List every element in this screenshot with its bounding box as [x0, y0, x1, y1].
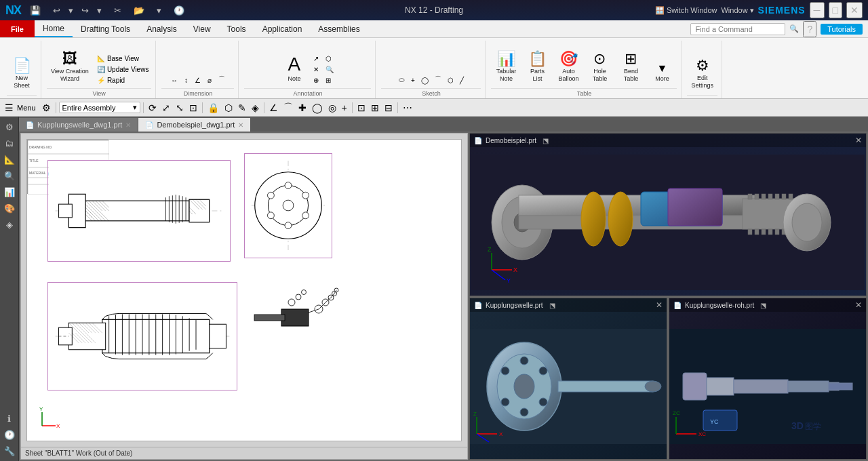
tb-icon-13[interactable]: ◎ [326, 101, 338, 115]
annot-btn-2[interactable]: ✕ [311, 64, 321, 75]
tabular-note-button[interactable]: 📊 TabularNote [491, 49, 521, 85]
settings-icon[interactable]: ⚙ [40, 101, 53, 115]
open-dropdown[interactable]: ▾ [153, 4, 165, 17]
application-menu[interactable]: Application [254, 20, 311, 37]
edit-settings-button[interactable]: ⚙ EditSettings [687, 56, 717, 92]
redo-dropdown[interactable]: ▾ [94, 4, 105, 17]
ribbon-group-settings: ⚙ EditSettings [683, 41, 722, 98]
tb-icon-16[interactable]: ⊞ [369, 101, 381, 115]
tb-icon-4[interactable]: ⊡ [187, 101, 199, 115]
sketch-btn-6[interactable]: ╱ [457, 75, 467, 85]
tb-icon-9[interactable]: ∠ [267, 101, 280, 115]
cut-button[interactable]: ✂ [111, 4, 125, 17]
search-input[interactable] [690, 23, 785, 35]
home-menu[interactable]: Home [35, 20, 73, 37]
dim-btn-5[interactable]: ⌒ [216, 73, 228, 85]
tools-menu[interactable]: Tools [219, 20, 254, 37]
maximize-button[interactable]: □ [829, 2, 842, 18]
annot-btn-4[interactable]: ⬡ [323, 54, 336, 64]
rapid-button[interactable]: ⚡ Rapid [94, 75, 152, 85]
dim-btn-1[interactable]: ↔ [168, 75, 180, 85]
sketch-btn-4[interactable]: ⌒ [432, 73, 444, 85]
minimize-button[interactable]: ─ [810, 2, 825, 18]
new-sheet-button[interactable]: 📄 NewSheet [7, 56, 37, 92]
tb-icon-2[interactable]: ⤢ [160, 101, 172, 115]
sidebar-icon-5[interactable]: 📊 [2, 184, 17, 199]
open-button[interactable]: 📂 [130, 4, 148, 17]
tb-icon-14[interactable]: + [340, 101, 349, 115]
sidebar-icon-9[interactable]: 🕐 [2, 427, 17, 442]
drafting-tools-menu[interactable]: Drafting Tools [73, 20, 138, 37]
sketch-btn-5[interactable]: ⬡ [445, 75, 456, 85]
annot-btn-5[interactable]: 🔍 [323, 64, 336, 75]
tb-icon-1[interactable]: ⟳ [146, 101, 159, 115]
view-panel-close-demo[interactable]: ✕ [855, 136, 862, 145]
sidebar-icon-7[interactable]: ◈ [2, 217, 17, 232]
tab-kupplungswelle-dwg1[interactable]: 📄 Kupplungswelle_dwg1.prt ✕ [19, 118, 138, 132]
view-panel-restore-kup[interactable]: ⬔ [549, 302, 555, 309]
auto-balloon-button[interactable]: 🎯 AutoBalloon [553, 49, 583, 85]
redo-button[interactable]: ↪ [78, 4, 92, 17]
tb-icon-15[interactable]: ⊡ [355, 101, 368, 115]
tb-icon-3[interactable]: ⤡ [174, 101, 186, 115]
annot-btn-3[interactable]: ⊕ [311, 75, 321, 85]
sidebar-icon-3[interactable]: 📐 [2, 152, 17, 167]
view-panel-close-roh[interactable]: ✕ [855, 300, 862, 310]
parts-list-button[interactable]: 📋 PartsList [522, 49, 552, 85]
save-button[interactable]: 💾 [26, 4, 44, 17]
update-views-button[interactable]: 🔄 Update Views [94, 64, 152, 75]
tb-icon-18[interactable]: ⋯ [401, 101, 414, 115]
tb-icon-5[interactable]: 🔒 [205, 101, 221, 115]
svg-point-156 [645, 381, 661, 392]
sketch-btn-3[interactable]: ◯ [418, 75, 431, 85]
annot-btn-6[interactable]: ⊞ [323, 75, 336, 85]
tb-icon-6[interactable]: ⬡ [222, 101, 235, 115]
tb-icon-8[interactable]: ◈ [250, 101, 261, 115]
sketch-btn-1[interactable]: ⬭ [396, 75, 408, 85]
tab-demobeispiel-dwg1[interactable]: 📄 Demobeispiel_dwg1.prt ✕ [138, 118, 251, 132]
file-menu[interactable]: File [0, 20, 35, 37]
tab-close-1[interactable]: ✕ [125, 121, 131, 129]
hole-table-button[interactable]: ⊙ HoleTable [585, 49, 614, 85]
tb-icon-11[interactable]: ✚ [296, 101, 309, 115]
sidebar-icon-6[interactable]: 🎨 [2, 201, 17, 216]
base-view-button[interactable]: 📐 Base View [94, 54, 152, 64]
switch-window-button[interactable]: 🪟 Switch Window [655, 6, 717, 15]
tab-close-2[interactable]: ✕ [238, 121, 243, 129]
menu-icon[interactable]: ☰ [3, 101, 16, 115]
sidebar-icon-4[interactable]: 🔍 [2, 168, 17, 183]
tutorials-button[interactable]: Tutorials [821, 24, 863, 35]
view-panel-restore-roh[interactable]: ⬔ [760, 302, 766, 309]
assembly-dropdown[interactable]: Entire Assembly ▾ [59, 102, 140, 113]
tb-icon-17[interactable]: ⊟ [382, 101, 395, 115]
sidebar-icon-2[interactable]: 🗂 [2, 136, 17, 151]
sidebar-icon-10[interactable]: 🔧 [2, 443, 17, 458]
undo-dropdown[interactable]: ▾ [65, 4, 77, 17]
dim-btn-2[interactable]: ↕ [182, 75, 191, 85]
settings-group-label [687, 95, 717, 98]
annot-btn-1[interactable]: ↗ [311, 54, 321, 64]
window-button[interactable]: Window ▾ [721, 6, 753, 15]
dim-btn-4[interactable]: ⌀ [205, 75, 214, 85]
more-button[interactable]: ▼ More [647, 60, 677, 85]
tb-icon-10[interactable]: ⌒ [281, 100, 295, 115]
view-creation-wizard-button[interactable]: 🖼 View CreationWizard [47, 49, 93, 85]
analysis-menu[interactable]: Analysis [138, 20, 185, 37]
bend-table-button[interactable]: ⊞ BendTable [616, 49, 646, 85]
dim-btn-3[interactable]: ∠ [192, 75, 203, 85]
help-button[interactable]: ? [803, 21, 816, 37]
view-panel-close-kup[interactable]: ✕ [656, 300, 663, 310]
view-panel-restore-demo[interactable]: ⬔ [542, 137, 549, 144]
undo-button[interactable]: ↩ [50, 4, 64, 17]
history-button[interactable]: 🕐 [170, 4, 188, 17]
svg-rect-133 [762, 229, 766, 235]
sketch-btn-2[interactable]: + [408, 75, 418, 85]
assemblies-menu[interactable]: Assemblies [310, 20, 368, 37]
sidebar-icon-1[interactable]: ⚙ [2, 119, 17, 134]
tb-icon-12[interactable]: ◯ [310, 101, 325, 115]
tb-icon-7[interactable]: ✎ [236, 101, 248, 115]
view-menu[interactable]: View [185, 20, 219, 37]
close-button[interactable]: ✕ [846, 2, 863, 18]
note-button[interactable]: A Note [279, 52, 309, 85]
sidebar-icon-8[interactable]: ℹ [2, 411, 17, 426]
